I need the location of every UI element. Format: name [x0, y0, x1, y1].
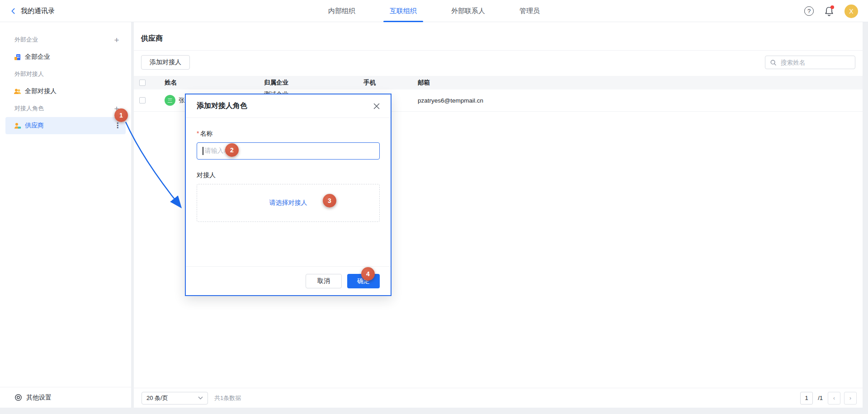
select-all-checkbox[interactable]: [139, 80, 146, 86]
sidebar-section-external-contacts: 外部对接人: [0, 66, 131, 83]
sidebar-item-all-contacts[interactable]: 全部对接人: [5, 83, 126, 100]
name-label-text: 名称: [200, 130, 212, 137]
select-contact-link[interactable]: 请选择对接人: [269, 199, 307, 207]
dialog-header: 添加对接人角色: [186, 94, 391, 118]
current-page-box[interactable]: 1: [800, 392, 813, 405]
section-label: 对接人角色: [14, 104, 44, 113]
cancel-button[interactable]: 取消: [306, 274, 342, 288]
prev-page-button[interactable]: ‹: [828, 392, 840, 405]
tab-internal-org[interactable]: 内部组织: [328, 0, 355, 22]
search-box[interactable]: [765, 56, 855, 69]
search-input[interactable]: [780, 59, 850, 66]
step-badge-3: 3: [323, 194, 336, 207]
notification-bell-icon[interactable]: [825, 6, 834, 16]
add-contact-button[interactable]: 添加对接人: [141, 55, 190, 70]
total-pages: /1: [818, 395, 823, 401]
sidebar-item-label: 全部企业: [25, 53, 50, 61]
total-count: 共1条数据: [214, 394, 241, 402]
column-email: 邮箱: [418, 79, 863, 87]
add-role-dialog: 添加对接人角色 *名称 请输入名称 对接人 请选择对接人 取消 确定: [185, 94, 392, 296]
sidebar-item-label: 全部对接人: [25, 87, 57, 95]
pagination-bar: 20 条/页 共1条数据 1 /1 ‹ ›: [134, 388, 863, 408]
column-name: 姓名: [158, 79, 264, 87]
chevron-down-icon: [198, 396, 203, 400]
notification-dot: [830, 5, 834, 9]
step-badge-1: 1: [114, 108, 128, 122]
title-divider: [134, 50, 863, 51]
person-role-icon: [14, 122, 21, 129]
back-chevron-icon: [10, 8, 17, 14]
section-label: 外部对接人: [14, 70, 44, 78]
contact-picker-area[interactable]: 请选择对接人: [197, 184, 380, 222]
user-avatar[interactable]: X: [844, 5, 858, 18]
settings-icon: [14, 394, 22, 401]
topbar-actions: ? X: [804, 0, 858, 22]
dialog-title: 添加对接人角色: [197, 101, 247, 111]
role-name-input[interactable]: 请输入名称: [197, 142, 380, 160]
search-icon: [770, 59, 777, 66]
back-button[interactable]: 我的通讯录: [10, 0, 55, 22]
text-caret: [203, 147, 203, 155]
settings-label: 其他设置: [26, 394, 52, 402]
column-phone: 手机: [363, 79, 418, 87]
column-company: 归属企业: [264, 79, 363, 87]
sidebar-item-label: 供应商: [25, 122, 44, 130]
help-icon[interactable]: ?: [804, 6, 814, 16]
row-email: pzatryes6@tempmail.cn: [418, 97, 863, 104]
row-avatar: 三: [165, 95, 175, 106]
building-icon: [14, 53, 21, 61]
name-field-label: *名称: [197, 130, 380, 138]
app-root: 我的通讯录 内部组织 互联组织 外部联系人 管理员 ? X 外部企业 + 全部企…: [0, 0, 868, 414]
sidebar-footer-settings[interactable]: 其他设置: [0, 387, 131, 408]
people-icon: [14, 88, 21, 95]
item-more-menu-icon[interactable]: ⋮: [114, 122, 121, 129]
page-size-select[interactable]: 20 条/页: [142, 392, 208, 405]
next-page-button[interactable]: ›: [844, 392, 857, 405]
step-badge-4: 4: [361, 267, 375, 281]
add-company-icon[interactable]: +: [113, 36, 120, 44]
dialog-body: *名称 请输入名称 对接人 请选择对接人: [186, 118, 391, 222]
sidebar-item-all-companies[interactable]: 全部企业: [5, 48, 126, 66]
required-mark: *: [197, 130, 199, 137]
tab-connected-org[interactable]: 互联组织: [390, 0, 417, 22]
sidebar-section-contact-roles: 对接人角色 +: [0, 100, 131, 117]
section-label: 外部企业: [14, 36, 38, 44]
row-checkbox[interactable]: [139, 97, 146, 104]
close-icon[interactable]: [373, 103, 380, 109]
sidebar-item-supplier[interactable]: 供应商 ⋮: [5, 117, 126, 134]
page-size-value: 20 条/页: [146, 394, 168, 402]
tab-external-contacts[interactable]: 外部联系人: [451, 0, 485, 22]
table-header: 姓名 归属企业 手机 邮箱: [134, 76, 863, 89]
contact-field-label: 对接人: [197, 171, 380, 179]
sidebar: 外部企业 + 全部企业 外部对接人 全部对接人 对接人角色 + 供应商: [0, 22, 131, 408]
tab-admin[interactable]: 管理员: [519, 0, 540, 22]
back-label: 我的通讯录: [21, 7, 55, 15]
top-bar: 我的通讯录 内部组织 互联组织 外部联系人 管理员 ? X: [0, 0, 868, 22]
sidebar-section-external-company: 外部企业 +: [0, 31, 131, 48]
nav-tabs: 内部组织 互联组织 外部联系人 管理员: [328, 0, 540, 22]
dialog-footer: 取消 确定: [186, 266, 391, 295]
step-badge-2: 2: [225, 143, 239, 157]
page-title: 供应商: [141, 34, 163, 43]
